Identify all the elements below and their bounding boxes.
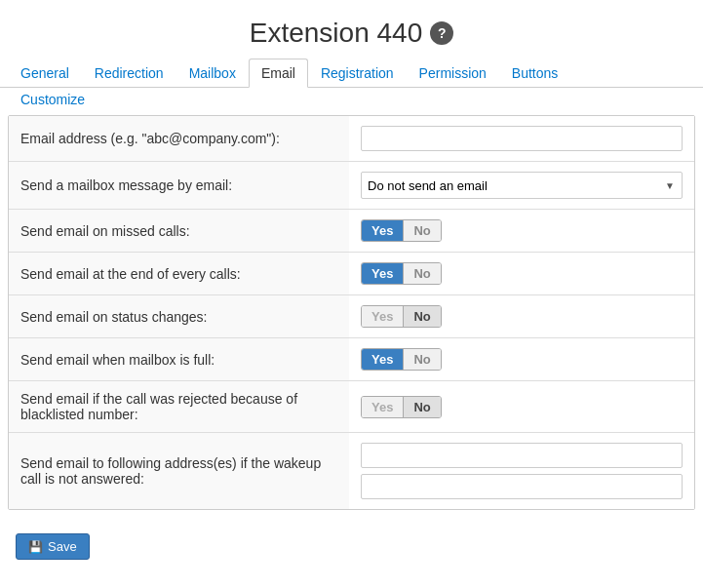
email-address-input[interactable] [361,126,683,151]
footer-area: 💾 Save [0,518,703,581]
toggle-status-changes-yes[interactable]: Yes [362,306,404,327]
tab-buttons[interactable]: Buttons [499,59,570,88]
label-mailbox-full: Send email when mailbox is full: [9,338,349,381]
mailbox-message-select[interactable]: Do not send an email Send an email Send … [361,172,683,199]
page-header: Extension 440 ? [0,0,703,59]
page-title: Extension 440 [250,18,422,49]
label-missed-calls: Send email on missed calls: [9,210,349,253]
form-content: Email address (e.g. "abc@company.com"): … [8,115,695,510]
label-mailbox-message: Send a mailbox message by email: [9,162,349,210]
label-wakeup-call: Send email to following address(es) if t… [9,433,349,510]
tab-customize[interactable]: Customize [8,85,98,113]
tab-email[interactable]: Email [249,59,308,88]
row-email-address: Email address (e.g. "abc@company.com"): [9,116,694,162]
tab-general[interactable]: General [8,59,82,88]
toggle-mailbox-full-no[interactable]: No [404,349,440,370]
wakeup-email-input-2[interactable] [361,474,683,499]
toggle-end-of-calls-yes[interactable]: Yes [362,263,404,284]
toggle-missed-calls-no[interactable]: No [404,220,440,241]
row-end-of-calls: Send email at the end of every calls: Ye… [9,253,694,295]
toggle-blacklisted-yes[interactable]: Yes [362,397,404,417]
toggle-blacklisted-no[interactable]: No [404,397,440,417]
row-status-changes: Send email on status changes: Yes No [9,295,694,338]
save-button[interactable]: 💾 Save [16,533,90,560]
toggle-mailbox-full: Yes No [361,348,442,371]
row-mailbox-message: Send a mailbox message by email: Do not … [9,162,694,210]
row-wakeup-call: Send email to following address(es) if t… [9,433,694,510]
label-blacklisted: Send email if the call was rejected beca… [9,381,349,433]
tab-permission[interactable]: Permission [407,59,499,88]
label-email-address: Email address (e.g. "abc@company.com"): [9,116,349,162]
row-mailbox-full: Send email when mailbox is full: Yes No [9,338,694,381]
save-label: Save [48,539,77,554]
toggle-end-of-calls: Yes No [361,262,442,285]
toggle-mailbox-full-yes[interactable]: Yes [362,349,404,370]
wakeup-email-input-1[interactable] [361,443,683,468]
nav-tabs: General Redirection Mailbox Email Regist… [0,59,703,88]
mailbox-select-wrapper: Do not send an email Send an email Send … [361,172,683,199]
nav-tabs-row2: Customize [0,88,703,107]
form-table: Email address (e.g. "abc@company.com"): … [9,116,694,509]
toggle-status-changes-no[interactable]: No [404,306,440,327]
tab-redirection[interactable]: Redirection [82,59,176,88]
tab-mailbox[interactable]: Mailbox [176,59,249,88]
label-status-changes: Send email on status changes: [9,295,349,338]
toggle-missed-calls-yes[interactable]: Yes [362,220,404,241]
toggle-missed-calls: Yes No [361,219,442,242]
toggle-status-changes: Yes No [361,305,442,328]
row-blacklisted: Send email if the call was rejected beca… [9,381,694,433]
save-icon: 💾 [28,540,43,554]
label-end-of-calls: Send email at the end of every calls: [9,253,349,295]
help-icon[interactable]: ? [430,21,453,45]
toggle-end-of-calls-no[interactable]: No [404,263,440,284]
row-missed-calls: Send email on missed calls: Yes No [9,210,694,253]
toggle-blacklisted: Yes No [361,396,442,418]
tab-registration[interactable]: Registration [308,59,407,88]
